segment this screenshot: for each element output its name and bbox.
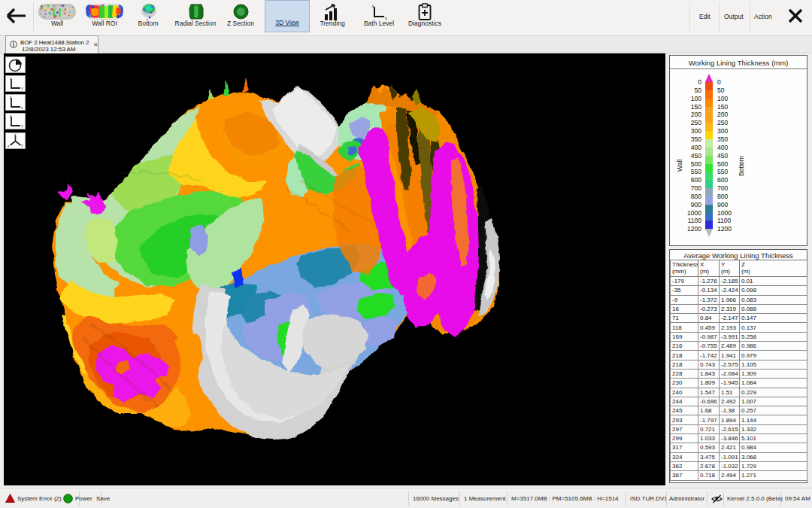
svg-text:z: z [14,133,17,137]
svg-text:x: x [8,144,10,148]
svg-text:x: x [372,4,374,8]
svg-text:Y: Y [21,144,23,148]
svg-text:Y: Y [21,87,23,91]
svg-text:Y: Y [385,17,388,21]
svg-text:Y: Y [21,125,23,129]
svg-text:x: x [21,106,23,110]
